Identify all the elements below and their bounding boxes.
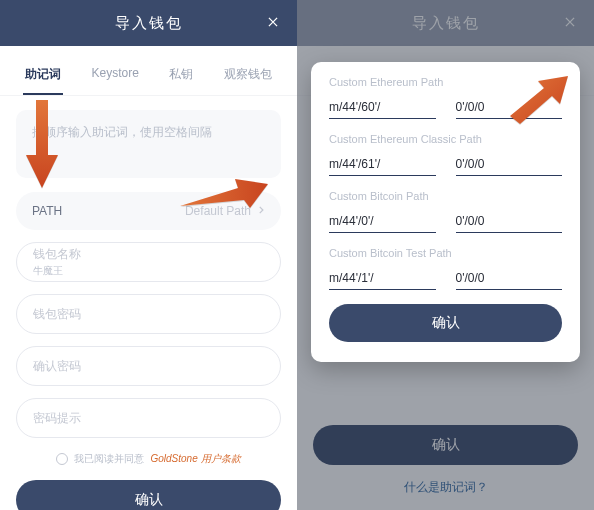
mnemonic-input[interactable]: 按顺序输入助记词，使用空格间隔 [16, 110, 281, 178]
path-suffix-input[interactable]: 0'/0/0 [456, 96, 563, 119]
wallet-name-label: 钱包名称 [33, 247, 81, 261]
path-group-eth: Custom Ethereum Path m/44'/60'/ 0'/0/0 [329, 76, 562, 119]
right-screen: 导入钱包 助记词 Keystore 私钥 观察钱包 确认 什么是助记词？ Cus… [297, 0, 594, 510]
close-icon [266, 15, 280, 32]
tab-watch[interactable]: 观察钱包 [222, 60, 274, 95]
radio-icon [56, 453, 68, 465]
chevron-right-icon [257, 204, 265, 218]
path-suffix-input[interactable]: 0'/0/0 [456, 210, 563, 233]
path-selector[interactable]: PATH Default Path [16, 192, 281, 230]
tab-privatekey[interactable]: 私钥 [167, 60, 195, 95]
close-button[interactable] [263, 13, 283, 33]
group-label: Custom Ethereum Classic Path [329, 133, 562, 145]
path-prefix-input[interactable]: m/44'/0'/ [329, 210, 436, 233]
terms-row[interactable]: 我已阅读并同意 GoldStone 用户条款 [16, 452, 281, 466]
password-hint-field[interactable]: 密码提示 [16, 398, 281, 438]
left-screen: 导入钱包 助记词 Keystore 私钥 观察钱包 按顺序输入助记词，使用空格间… [0, 0, 297, 510]
group-label: Custom Bitcoin Test Path [329, 247, 562, 259]
page-title: 导入钱包 [115, 14, 183, 33]
terms-link[interactable]: GoldStone 用户条款 [150, 452, 240, 466]
path-prefix-input[interactable]: m/44'/60'/ [329, 96, 436, 119]
confirm-button[interactable]: 确认 [16, 480, 281, 510]
tab-keystore[interactable]: Keystore [90, 60, 141, 95]
path-prefix-input[interactable]: m/44'/61'/ [329, 153, 436, 176]
wallet-password-field[interactable]: 钱包密码 [16, 294, 281, 334]
wallet-name-field[interactable]: 钱包名称 牛魔王 [16, 242, 281, 282]
password-hint-label: 密码提示 [33, 410, 81, 427]
tab-mnemonic[interactable]: 助记词 [23, 60, 63, 95]
header: 导入钱包 [0, 0, 297, 46]
path-suffix-input[interactable]: 0'/0/0 [456, 153, 563, 176]
confirm-password-label: 确认密码 [33, 358, 81, 375]
group-label: Custom Ethereum Path [329, 76, 562, 88]
wallet-name-value: 牛魔王 [33, 264, 81, 278]
terms-prefix: 我已阅读并同意 [74, 452, 144, 466]
path-value: Default Path [185, 204, 251, 218]
path-prefix-input[interactable]: m/44'/1'/ [329, 267, 436, 290]
path-modal: Custom Ethereum Path m/44'/60'/ 0'/0/0 C… [311, 62, 580, 362]
mnemonic-placeholder: 按顺序输入助记词，使用空格间隔 [32, 125, 212, 139]
path-label: PATH [32, 204, 62, 218]
wallet-password-label: 钱包密码 [33, 306, 81, 323]
path-group-etc: Custom Ethereum Classic Path m/44'/61'/ … [329, 133, 562, 176]
form-body: 按顺序输入助记词，使用空格间隔 PATH Default Path 钱包名称 牛… [0, 96, 297, 466]
confirm-password-field[interactable]: 确认密码 [16, 346, 281, 386]
path-suffix-input[interactable]: 0'/0/0 [456, 267, 563, 290]
path-group-btctest: Custom Bitcoin Test Path m/44'/1'/ 0'/0/… [329, 247, 562, 290]
path-group-btc: Custom Bitcoin Path m/44'/0'/ 0'/0/0 [329, 190, 562, 233]
tab-bar: 助记词 Keystore 私钥 观察钱包 [0, 46, 297, 96]
group-label: Custom Bitcoin Path [329, 190, 562, 202]
modal-confirm-button[interactable]: 确认 [329, 304, 562, 342]
